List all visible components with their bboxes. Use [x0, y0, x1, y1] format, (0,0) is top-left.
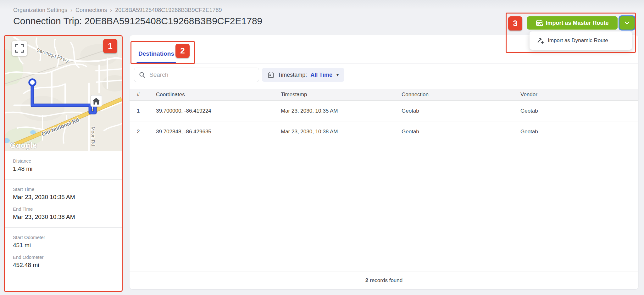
- odometer-section: Start Odometer 451 mi End Odometer 452.4…: [5, 227, 122, 276]
- start-time-value: Mar 23, 2030 10:35 AM: [13, 194, 122, 201]
- timestamp-filter-label: Timestamp:: [278, 72, 307, 78]
- map-fullscreen-button[interactable]: [12, 41, 27, 56]
- map-label-moon-rd: Moon Rd: [91, 127, 96, 146]
- cell-vendor: Geotab: [520, 108, 638, 114]
- start-time-label: Start Time: [13, 186, 122, 192]
- breadcrumb-connections[interactable]: Connections: [75, 7, 107, 13]
- trip-summary-panel: Saratoga Pkwy Old National Rd Moon Rd Rd…: [4, 35, 123, 292]
- timestamp-filter-value: All Time: [310, 72, 332, 78]
- breadcrumb: Organization Settings›Connections›20E8BA…: [13, 7, 222, 14]
- cell-vendor: Geotab: [520, 129, 638, 135]
- cell-timestamp: Mar 23, 2030, 10:35 AM: [281, 108, 402, 114]
- breadcrumb-org-settings[interactable]: Organization Settings: [13, 7, 67, 13]
- chevron-down-icon: [624, 21, 630, 25]
- import-master-route-label: Import as Master Route: [546, 20, 608, 26]
- breadcrumb-separator: ›: [70, 7, 72, 13]
- import-master-route-button[interactable]: Import as Master Route: [527, 16, 618, 30]
- cell-timestamp: Mar 23, 2030, 10:38 AM: [281, 129, 402, 135]
- table-header: # Coordinates Timestamp Connection Vendo…: [130, 89, 638, 101]
- annotation-badge-2: 2: [175, 44, 190, 58]
- menu-item-label: Import as Dynamic Route: [548, 37, 608, 44]
- records-count: 2: [365, 277, 368, 284]
- cell-connection: Geotab: [402, 108, 520, 114]
- search-input[interactable]: [149, 71, 250, 78]
- records-label: records found: [370, 277, 402, 284]
- filter-row: Timestamp: All Time ▾: [130, 68, 638, 82]
- breadcrumb-trip-id: 20E8BA59125408C19268B3B9CF2E1789: [115, 7, 222, 13]
- cell-coordinates: 39.700000, -86.419224: [156, 108, 281, 114]
- caret-down-icon: ▾: [336, 72, 339, 77]
- cell-num: 1: [137, 108, 156, 114]
- tab-destinations-label: Destinations: [138, 50, 174, 57]
- table-row[interactable]: 1 39.700000, -86.419224 Mar 23, 2030, 10…: [130, 101, 638, 121]
- table-body: 1 39.700000, -86.419224 Mar 23, 2030, 10…: [130, 101, 638, 142]
- end-time-label: End Time: [13, 206, 122, 212]
- col-header-connection: Connection: [402, 92, 520, 98]
- distance-value: 1.48 mi: [13, 165, 122, 172]
- tab-active-underline: [136, 62, 176, 64]
- cell-coordinates: 39.702848, -86.429635: [156, 129, 281, 135]
- dynamic-route-icon: [536, 37, 544, 44]
- start-odometer-label: Start Odometer: [13, 235, 122, 240]
- map-canvas[interactable]: Saratoga Pkwy Old National Rd Moon Rd Rd…: [5, 36, 122, 151]
- distance-label: Distance: [13, 158, 122, 164]
- end-time-value: Mar 23, 2030 10:38 AM: [13, 214, 122, 220]
- cell-num: 2: [137, 129, 156, 135]
- annotation-badge-1: 1: [103, 39, 117, 53]
- tab-destinations[interactable]: Destinations: [136, 46, 176, 64]
- destinations-card: Destinations 2 Timestamp: All Time ▾ #: [130, 35, 638, 289]
- search-box[interactable]: [134, 68, 259, 82]
- trip-start-marker: [29, 79, 36, 86]
- calendar-icon: [268, 72, 274, 78]
- menu-item-import-dynamic-route[interactable]: Import as Dynamic Route: [530, 31, 632, 50]
- distance-section: Distance 1.48 mi: [5, 151, 122, 179]
- table-row[interactable]: 2 39.702848, -86.429635 Mar 23, 2030, 10…: [130, 121, 638, 142]
- annotation-badge-3: 3: [508, 16, 522, 31]
- timestamp-filter-button[interactable]: Timestamp: All Time ▾: [262, 68, 344, 82]
- destination-home-marker: [91, 95, 102, 107]
- start-odometer-value: 451 mi: [13, 242, 122, 249]
- page-title: Connection Trip: 20E8BA59125408C19268B3B…: [13, 16, 262, 26]
- breadcrumb-separator: ›: [110, 7, 112, 13]
- calendar-sync-icon: [536, 19, 543, 26]
- col-header-num: #: [137, 92, 156, 98]
- import-options-toggle-button[interactable]: [619, 16, 635, 30]
- fullscreen-icon: [14, 43, 25, 54]
- search-icon: [139, 71, 146, 78]
- col-header-vendor: Vendor: [520, 92, 638, 98]
- google-logo: Google: [10, 141, 37, 150]
- col-header-coordinates: Coordinates: [156, 92, 281, 98]
- end-odometer-value: 452.48 mi: [13, 262, 122, 269]
- col-header-timestamp: Timestamp: [281, 92, 402, 98]
- cell-connection: Geotab: [402, 129, 520, 135]
- records-found-footer: 2 records found: [130, 271, 638, 289]
- time-section: Start Time Mar 23, 2030 10:35 AM End Tim…: [5, 179, 122, 227]
- end-odometer-label: End Odometer: [13, 254, 122, 260]
